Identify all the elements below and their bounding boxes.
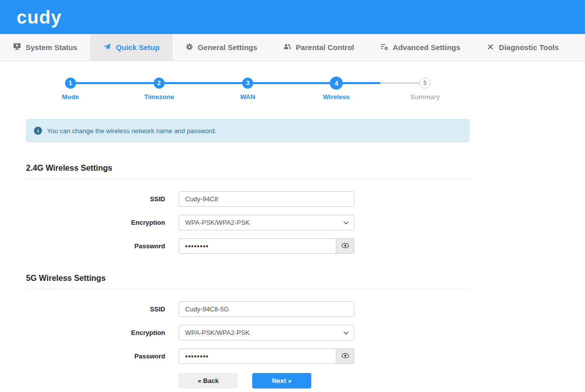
wireless-5g-section: 5G Wireless Settings SSID Encryption WPA… [26,274,469,364]
nav-item-label: Diagnostic Tools [499,43,559,52]
ssid-input-24g[interactable] [179,191,354,207]
nav-item-quick-setup[interactable]: Quick Setup [90,34,173,61]
step-wireless: 4 Wireless [292,77,381,101]
step-label: Summary [410,93,440,101]
encryption-label: Encryption [26,219,165,226]
nav-item-diagnostic-tools[interactable]: Diagnostic Tools [473,34,572,61]
show-password-button-24g[interactable] [336,238,354,254]
tools-icon [486,43,494,52]
section-title-24g: 2.4G Wireless Settings [26,164,469,179]
step-timezone: 2 Timezone [115,77,203,101]
ssid-label: SSID [26,305,165,313]
nav-item-label: General Settings [198,43,257,52]
nav-item-system-status[interactable]: System Status [0,34,90,61]
password-input-5g[interactable] [179,348,336,364]
step-summary: 5 Summary [381,77,469,101]
step-wan: 3 WAN [203,77,292,101]
password-label: Password [26,352,165,360]
users-icon [283,43,291,52]
show-password-button-5g[interactable] [336,348,354,364]
step-mode: 1 Mode [26,77,115,101]
eye-icon [341,352,349,360]
nav-item-label: Parental Control [296,43,354,52]
ssid-row-24g: SSID [26,191,469,207]
eye-icon [341,242,349,250]
wireless-24g-section: 2.4G Wireless Settings SSID Encryption W… [26,164,469,254]
step-circle: 2 [154,78,165,89]
encryption-select-24g[interactable]: WPA-PSK/WPA2-PSK [179,215,354,230]
main-nav: System Status Quick Setup General Settin… [0,34,585,61]
password-row-5g: Password [26,348,469,364]
section-title-5g: 5G Wireless Settings [26,274,469,289]
password-input-24g[interactable] [179,238,336,254]
step-label: Timezone [144,93,174,101]
encryption-label: Encryption [26,329,165,336]
setup-stepper: 1 Mode 2 Timezone 3 WAN 4 Wireless 5 Sum… [26,77,469,103]
nav-item-label: Advanced Settings [393,43,460,52]
info-alert: i You can change the wireless network na… [26,119,469,142]
ssid-label: SSID [26,195,165,203]
back-button[interactable]: « Back [179,373,238,388]
cudy-logo: cudy [17,8,62,27]
ssid-input-5g[interactable] [179,301,354,317]
wizard-buttons: « Back Next » [179,373,469,388]
sliders-gear-icon [380,43,388,52]
step-circle: 4 [330,77,343,90]
nav-item-parental-control[interactable]: Parental Control [270,34,367,61]
password-row-24g: Password [26,238,469,254]
password-label: Password [26,242,165,250]
step-label: Mode [62,93,79,101]
paper-plane-icon [103,43,111,52]
ssid-row-5g: SSID [26,301,469,317]
step-label: WAN [240,93,255,101]
encryption-row-24g: Encryption WPA-PSK/WPA2-PSK [26,215,469,230]
dashboard-icon [13,43,21,52]
nav-item-label: System Status [26,43,77,52]
quick-setup-page: 1 Mode 2 Timezone 3 WAN 4 Wireless 5 Sum… [26,77,469,388]
app-header: cudy [0,0,585,34]
encryption-select-5g[interactable]: WPA-PSK/WPA2-PSK [179,325,354,340]
info-icon: i [34,127,42,135]
nav-item-general-settings[interactable]: General Settings [173,34,270,61]
next-button[interactable]: Next » [252,373,311,388]
step-circle: 5 [419,78,430,89]
nav-item-advanced-settings[interactable]: Advanced Settings [367,34,473,61]
step-circle: 1 [65,78,76,89]
step-label: Wireless [323,93,349,101]
gear-icon [186,43,193,52]
step-circle: 3 [242,78,253,89]
encryption-row-5g: Encryption WPA-PSK/WPA2-PSK [26,325,469,340]
nav-item-label: Quick Setup [116,43,160,52]
info-alert-text: You can change the wireless network name… [47,127,216,135]
